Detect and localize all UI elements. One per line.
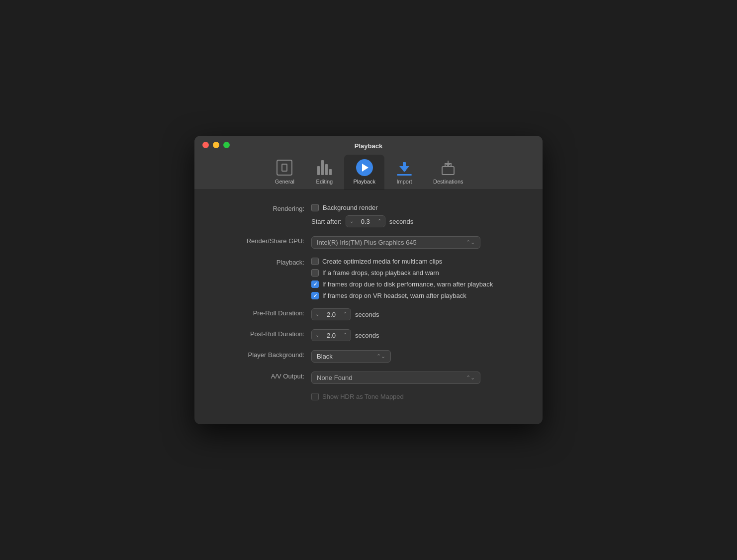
av-output-label: A/V Output: [219, 372, 311, 380]
playback-controls: Create optimized media for multicam clip… [311, 258, 518, 299]
gpu-dropdown-arrow: ⌃⌄ [466, 239, 475, 246]
pre-roll-seconds: seconds [355, 311, 379, 318]
tab-editing[interactable]: Editing [304, 155, 344, 189]
hdr-label: Show HDR as Tone Mapped [322, 393, 404, 400]
pre-roll-down[interactable]: ⌄ [312, 308, 323, 320]
playback-option-2-label: If frames drop due to disk performance, … [322, 280, 493, 288]
destinations-icon [439, 159, 457, 177]
playback-option-0: Create optimized media for multicam clip… [311, 258, 518, 265]
start-after-label: Start after: [311, 218, 342, 225]
tab-editing-label: Editing [316, 179, 333, 185]
tab-general[interactable]: General [265, 155, 304, 189]
window-title: Playback [202, 142, 535, 150]
start-after-seconds: seconds [389, 218, 413, 225]
player-background-controls: Black ⌃⌄ [311, 350, 518, 363]
svg-rect-3 [442, 167, 454, 175]
start-after-stepper[interactable]: ⌄ 0.3 ⌃ [346, 215, 385, 227]
pre-roll-up[interactable]: ⌃ [340, 308, 351, 320]
playback-row: Playback: Create optimized media for mul… [219, 258, 518, 299]
post-roll-value: 2.0 [323, 332, 340, 339]
av-output-controls: None Found ⌃⌄ [311, 372, 518, 384]
gpu-row: Render/Share GPU: Intel(R) Iris(TM) Plus… [219, 236, 518, 249]
tab-import-label: Import [396, 179, 412, 185]
av-output-dropdown[interactable]: None Found ⌃⌄ [311, 372, 480, 384]
background-render-label: Background render [323, 204, 378, 211]
rendering-label: Rendering: [219, 204, 311, 212]
hdr-row: Show HDR as Tone Mapped [219, 393, 518, 400]
av-output-row: A/V Output: None Found ⌃⌄ [219, 372, 518, 384]
preferences-window: Playback General [194, 136, 543, 424]
rendering-controls: Background render Start after: ⌄ 0.3 ⌃ s… [311, 204, 518, 227]
toolbar: General Editing [265, 155, 472, 189]
background-render-row: Background render [311, 204, 518, 211]
player-background-dropdown[interactable]: Black ⌃⌄ [311, 350, 391, 363]
pre-roll-inline: ⌄ 2.0 ⌃ seconds [311, 308, 518, 320]
hdr-controls: Show HDR as Tone Mapped [311, 393, 518, 400]
tab-destinations[interactable]: Destinations [424, 155, 472, 189]
post-roll-seconds: seconds [355, 332, 379, 339]
tab-general-label: General [275, 179, 294, 185]
pre-roll-controls: ⌄ 2.0 ⌃ seconds [311, 308, 518, 320]
gpu-dropdown[interactable]: Intel(R) Iris(TM) Plus Graphics 645 ⌃⌄ [311, 236, 480, 249]
post-roll-down[interactable]: ⌄ [312, 329, 323, 341]
post-roll-controls: ⌄ 2.0 ⌃ seconds [311, 329, 518, 341]
playback-icon [356, 159, 373, 177]
rendering-row: Rendering: Background render Start after… [219, 204, 518, 227]
tab-playback-label: Playback [353, 179, 375, 185]
av-output-value: None Found [317, 374, 353, 381]
playback-label: Playback: [219, 258, 311, 266]
import-icon [395, 159, 413, 177]
tab-playback[interactable]: Playback [344, 155, 384, 189]
start-after-value: 0.3 [357, 218, 374, 225]
tab-import[interactable]: Import [384, 155, 424, 189]
titlebar: Playback General [194, 136, 543, 190]
gpu-label: Render/Share GPU: [219, 236, 311, 245]
hdr-checkbox[interactable] [311, 393, 319, 400]
player-background-row: Player Background: Black ⌃⌄ [219, 350, 518, 363]
svg-marker-2 [399, 166, 409, 172]
start-after-down[interactable]: ⌄ [346, 215, 357, 227]
playback-checkbox-0[interactable] [311, 258, 319, 265]
playback-option-3-label: If frames drop on VR headset, warn after… [322, 292, 466, 299]
editing-icon [315, 159, 333, 177]
pre-roll-value: 2.0 [323, 311, 340, 318]
background-render-checkbox[interactable] [311, 204, 319, 211]
playback-option-1-label: If a frame drops, stop playback and warn [322, 269, 439, 277]
general-icon [276, 159, 293, 177]
playback-option-0-label: Create optimized media for multicam clip… [322, 258, 442, 265]
playback-checkbox-3[interactable] [311, 292, 319, 299]
post-roll-row: Post-Roll Duration: ⌄ 2.0 ⌃ seconds [219, 329, 518, 341]
playback-option-1: If a frame drops, stop playback and warn [311, 269, 518, 277]
playback-option-3: If frames drop on VR headset, warn after… [311, 292, 518, 299]
player-background-label: Player Background: [219, 350, 311, 359]
post-roll-label: Post-Roll Duration: [219, 329, 311, 338]
tab-destinations-label: Destinations [433, 179, 463, 185]
playback-option-2: If frames drop due to disk performance, … [311, 280, 518, 288]
player-background-arrow: ⌃⌄ [376, 353, 385, 360]
start-after-up[interactable]: ⌃ [374, 215, 385, 227]
playback-checkbox-2[interactable] [311, 280, 319, 288]
hdr-wrap: Show HDR as Tone Mapped [311, 393, 518, 400]
post-roll-stepper[interactable]: ⌄ 2.0 ⌃ [311, 329, 351, 341]
av-output-arrow: ⌃⌄ [466, 374, 475, 381]
gpu-controls: Intel(R) Iris(TM) Plus Graphics 645 ⌃⌄ [311, 236, 518, 249]
player-background-value: Black [317, 353, 333, 360]
start-after-row: Start after: ⌄ 0.3 ⌃ seconds [311, 215, 518, 227]
post-roll-inline: ⌄ 2.0 ⌃ seconds [311, 329, 518, 341]
pre-roll-label: Pre-Roll Duration: [219, 308, 311, 317]
pre-roll-stepper[interactable]: ⌄ 2.0 ⌃ [311, 308, 351, 320]
pre-roll-row: Pre-Roll Duration: ⌄ 2.0 ⌃ seconds [219, 308, 518, 320]
playback-checkbox-1[interactable] [311, 269, 319, 277]
post-roll-up[interactable]: ⌃ [340, 329, 351, 341]
svg-rect-0 [397, 174, 412, 176]
hdr-spacer [219, 393, 311, 394]
gpu-value: Intel(R) Iris(TM) Plus Graphics 645 [317, 239, 417, 246]
content-area: Rendering: Background render Start after… [194, 190, 543, 424]
